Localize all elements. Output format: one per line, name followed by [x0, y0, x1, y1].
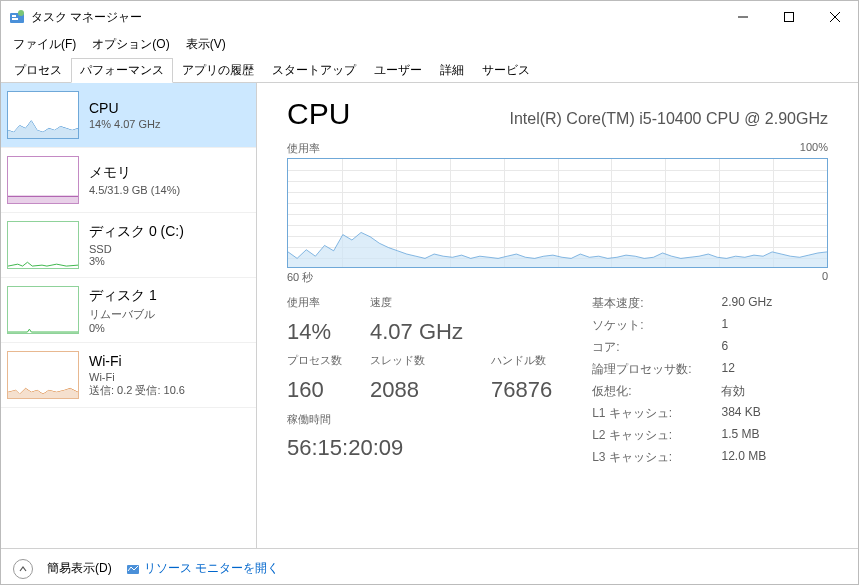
sidebar-item-cpu[interactable]: CPU 14% 4.07 GHz [1, 83, 256, 148]
threads-value: 2088 [370, 377, 463, 408]
minimize-button[interactable] [720, 1, 766, 33]
sidebar-item-label: Wi-Fi [89, 353, 185, 369]
sidebar-item-label: CPU [89, 100, 161, 116]
svg-marker-12 [288, 232, 827, 267]
usage-value: 14% [287, 319, 342, 350]
l1-value: 384 KB [721, 405, 772, 422]
l1-label: L1 キャッシュ: [592, 405, 691, 422]
logical-value: 12 [721, 361, 772, 378]
l3-label: L3 キャッシュ: [592, 449, 691, 466]
usage-label: 使用率 [287, 295, 342, 315]
fewer-details-button[interactable]: 簡易表示(D) [47, 560, 112, 577]
resource-monitor-label: リソース モニターを開く [144, 560, 279, 577]
base-speed-value: 2.90 GHz [721, 295, 772, 312]
disk-thumb-icon [7, 221, 79, 269]
wifi-thumb-icon [7, 351, 79, 399]
window-title: タスク マネージャー [31, 9, 142, 26]
svg-marker-8 [8, 121, 78, 138]
uptime-value: 56:15:20:09 [287, 435, 552, 466]
close-button[interactable] [812, 1, 858, 33]
processes-value: 160 [287, 377, 342, 408]
titlebar: タスク マネージャー [1, 1, 858, 33]
svg-marker-11 [8, 388, 78, 398]
app-icon [9, 9, 25, 25]
tab-services[interactable]: サービス [473, 58, 539, 83]
chart-label-usage: 使用率 [287, 141, 320, 156]
sidebar-item-sub: Wi-Fi [89, 371, 185, 383]
sidebar-item-sub2: 3% [89, 255, 184, 267]
fewer-details-chevron-icon[interactable] [13, 559, 33, 579]
sidebar[interactable]: CPU 14% 4.07 GHz メモリ 4.5/31.9 GB (14%) デ… [1, 83, 257, 548]
menu-view[interactable]: 表示(V) [178, 34, 234, 55]
sidebar-item-sub2: 送信: 0.2 受信: 10.6 [89, 383, 185, 398]
svg-rect-1 [12, 15, 16, 17]
sidebar-item-wifi[interactable]: Wi-Fi Wi-Fi 送信: 0.2 受信: 10.6 [1, 343, 256, 408]
l2-value: 1.5 MB [721, 427, 772, 444]
sockets-value: 1 [721, 317, 772, 334]
tab-processes[interactable]: プロセス [5, 58, 71, 83]
detail-title: CPU [287, 97, 350, 131]
svg-rect-2 [12, 18, 18, 20]
tab-startup[interactable]: スタートアップ [263, 58, 365, 83]
speed-label: 速度 [370, 295, 463, 315]
tab-performance[interactable]: パフォーマンス [71, 58, 173, 83]
virt-value: 有効 [721, 383, 772, 400]
sidebar-item-label: ディスク 1 [89, 287, 157, 305]
tab-users[interactable]: ユーザー [365, 58, 431, 83]
cpu-model: Intel(R) Core(TM) i5-10400 CPU @ 2.90GHz [370, 110, 828, 128]
resource-monitor-link[interactable]: リソース モニターを開く [126, 560, 279, 577]
chart-label-0: 0 [822, 270, 828, 285]
cores-value: 6 [721, 339, 772, 356]
maximize-button[interactable] [766, 1, 812, 33]
uptime-label: 稼働時間 [287, 412, 552, 432]
tabs: プロセス パフォーマンス アプリの履歴 スタートアップ ユーザー 詳細 サービス [1, 55, 858, 83]
sidebar-item-sub: SSD [89, 243, 184, 255]
processes-label: プロセス数 [287, 353, 342, 373]
disk-thumb-icon [7, 286, 79, 334]
sidebar-item-disk1[interactable]: ディスク 1 リムーバブル 0% [1, 278, 256, 343]
tab-app-history[interactable]: アプリの履歴 [173, 58, 263, 83]
virt-label: 仮想化: [592, 383, 691, 400]
sidebar-item-label: ディスク 0 (C:) [89, 223, 184, 241]
cpu-usage-chart[interactable] [287, 158, 828, 268]
detail-pane: CPU Intel(R) Core(TM) i5-10400 CPU @ 2.9… [257, 83, 858, 548]
chart-label-60s: 60 秒 [287, 270, 313, 285]
svg-point-3 [18, 10, 24, 16]
base-speed-label: 基本速度: [592, 295, 691, 312]
menu-file[interactable]: ファイル(F) [5, 34, 84, 55]
logical-label: 論理プロセッサ数: [592, 361, 691, 378]
menubar: ファイル(F) オプション(O) 表示(V) [1, 33, 858, 55]
chart-label-100: 100% [800, 141, 828, 156]
svg-rect-5 [785, 13, 794, 22]
sidebar-item-disk0[interactable]: ディスク 0 (C:) SSD 3% [1, 213, 256, 278]
sidebar-item-sub: リムーバブル [89, 307, 157, 322]
cores-label: コア: [592, 339, 691, 356]
l2-label: L2 キャッシュ: [592, 427, 691, 444]
sidebar-item-sub: 4.5/31.9 GB (14%) [89, 184, 180, 196]
cpu-thumb-icon [7, 91, 79, 139]
speed-value: 4.07 GHz [370, 319, 463, 350]
sidebar-item-label: メモリ [89, 164, 180, 182]
sidebar-item-sub: 14% 4.07 GHz [89, 118, 161, 130]
sidebar-item-sub2: 0% [89, 322, 157, 334]
l3-value: 12.0 MB [721, 449, 772, 466]
memory-thumb-icon [7, 156, 79, 204]
tab-details[interactable]: 詳細 [431, 58, 473, 83]
threads-label: スレッド数 [370, 353, 463, 373]
handles-label: ハンドル数 [491, 353, 552, 373]
footer: 簡易表示(D) リソース モニターを開く [1, 548, 858, 585]
resource-monitor-icon [126, 562, 140, 576]
menu-options[interactable]: オプション(O) [84, 34, 177, 55]
sidebar-item-memory[interactable]: メモリ 4.5/31.9 GB (14%) [1, 148, 256, 213]
sockets-label: ソケット: [592, 317, 691, 334]
handles-value: 76876 [491, 377, 552, 408]
svg-rect-9 [8, 196, 78, 203]
